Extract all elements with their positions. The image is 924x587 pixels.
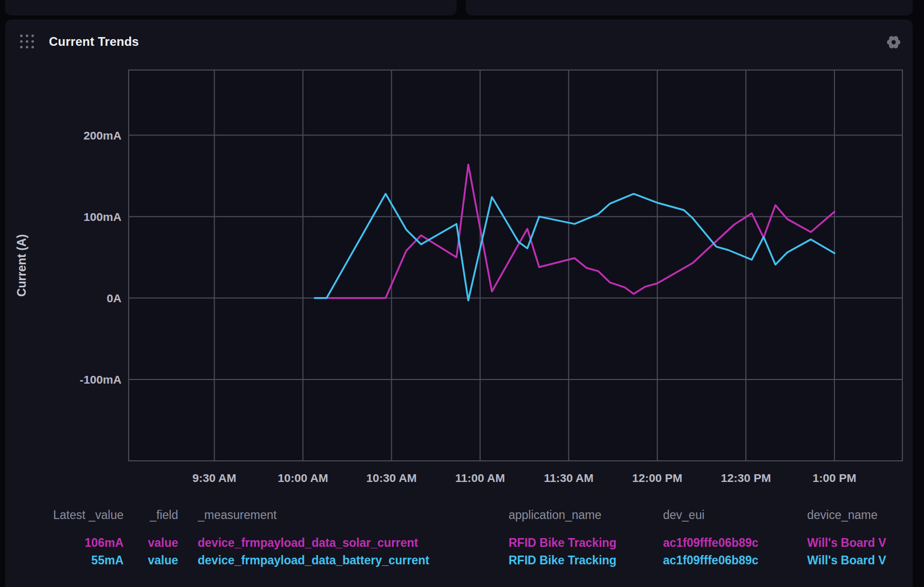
legend-cell-field: value xyxy=(134,534,178,551)
legend-cell-measurement: device_frmpayload_data_battery_current xyxy=(198,552,501,568)
legend-cell-application_name: RFID Bike Tracking xyxy=(509,552,653,568)
legend-column-header: dev_eui xyxy=(663,507,797,523)
legend-header-row: Latest _value_field_measurementapplicati… xyxy=(5,507,913,523)
legend-cell-device_name: Will's Board V xyxy=(807,552,910,568)
legend-cell-measurement: device_frmpayload_data_solar_current xyxy=(198,534,501,551)
legend-cell-application_name: RFID Bike Tracking xyxy=(509,534,653,551)
y-axis-tick-label: 0A xyxy=(107,292,121,305)
current-trends-panel: Current Trends 9:30 AM10:00 AM10:30 AM11… xyxy=(5,20,913,587)
panel-above-left xyxy=(5,0,457,15)
x-axis-tick-label: 11:30 AM xyxy=(544,472,594,485)
current-trends-chart[interactable]: 9:30 AM10:00 AM10:30 AM11:00 AM11:30 AM1… xyxy=(5,20,913,504)
y-axis-tick-label: 200mA xyxy=(83,129,121,142)
legend-cell-dev_eui: ac1f09fffe06b89c xyxy=(663,534,797,551)
y-axis-tick-label: -100mA xyxy=(80,373,121,386)
legend-row-solar: 106mAvaluedevice_frmpayload_data_solar_c… xyxy=(5,534,913,551)
legend-cell-Latest _value: 106mA xyxy=(26,534,124,551)
legend-cell-Latest _value: 55mA xyxy=(26,552,124,568)
x-axis-tick-label: 10:30 AM xyxy=(367,472,417,485)
legend-column-header: _measurement xyxy=(198,507,501,523)
x-axis-tick-label: 10:00 AM xyxy=(277,472,328,485)
y-axis-tick-label: 100mA xyxy=(83,211,121,223)
panel-above-right xyxy=(466,0,913,15)
legend-row-battery: 55mAvaluedevice_frmpayload_data_battery_… xyxy=(5,552,913,568)
x-axis-tick-label: 9:30 AM xyxy=(193,472,236,485)
y-axis-title: Current (A) xyxy=(15,234,28,297)
legend-column-header: Latest _value xyxy=(26,507,124,523)
legend-column-header: application_name xyxy=(509,507,653,523)
x-axis-tick-label: 1:00 PM xyxy=(813,472,857,485)
x-axis-tick-label: 12:00 PM xyxy=(632,472,683,485)
x-axis-tick-label: 11:00 AM xyxy=(455,472,505,485)
legend-column-header: _field xyxy=(134,507,178,523)
legend-cell-device_name: Will's Board V xyxy=(807,534,910,551)
legend-column-header: device_name xyxy=(807,507,910,523)
plot-area xyxy=(129,70,902,461)
legend-cell-dev_eui: ac1f09fffe06b89c xyxy=(663,552,797,568)
legend-cell-field: value xyxy=(134,552,178,568)
x-axis-tick-label: 12:30 PM xyxy=(721,472,771,485)
